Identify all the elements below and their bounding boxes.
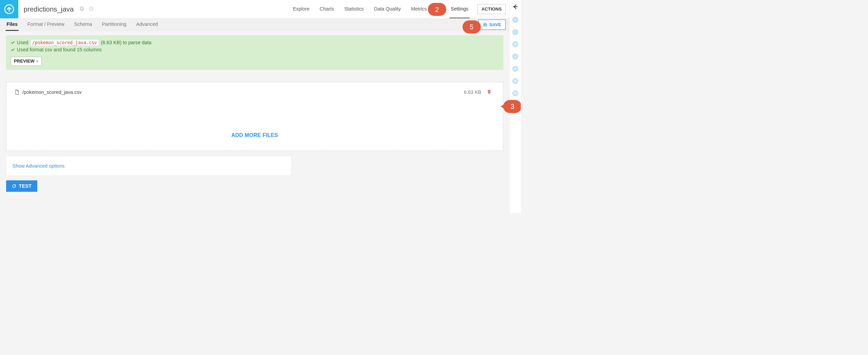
annotation-callout-3: 3 xyxy=(503,100,521,113)
delete-file-button[interactable] xyxy=(487,89,495,95)
svg-rect-5 xyxy=(515,32,516,33)
show-advanced-options-link[interactable]: Show Advanced options xyxy=(13,163,65,168)
trash-icon xyxy=(487,89,491,94)
tab-advanced[interactable]: Advanced xyxy=(135,18,159,31)
tab-files[interactable]: Files xyxy=(6,18,19,31)
check-icon xyxy=(11,40,15,45)
status-file-chip: /pokemon_scored_java.csv xyxy=(30,39,99,46)
tab-schema[interactable]: Schema xyxy=(73,18,93,31)
app-logo[interactable] xyxy=(0,0,18,18)
nav-explore[interactable]: Explore xyxy=(292,0,311,18)
rail-check-icon[interactable] xyxy=(512,53,518,60)
refresh-icon xyxy=(12,184,16,188)
status-used-prefix: Used xyxy=(17,40,29,46)
nav-statistics[interactable]: Statistics xyxy=(343,0,365,18)
nav-metrics[interactable]: Metrics xyxy=(410,0,428,18)
status-format-line: Used format csv and found 15 columns xyxy=(17,47,102,53)
rail-clock-icon[interactable] xyxy=(512,78,518,84)
test-button[interactable]: TEST xyxy=(6,180,37,192)
annotation-callout-2: 2 xyxy=(428,3,446,16)
svg-point-4 xyxy=(515,31,515,31)
status-size-parse: (6.63 KB) to parse data xyxy=(101,40,151,46)
subnav: Files Format / Preview Schema Partitioni… xyxy=(0,18,509,31)
nav-data-quality[interactable]: Data Quality xyxy=(373,0,402,18)
tab-format-preview[interactable]: Format / Preview xyxy=(26,18,65,31)
body-area: Used /pokemon_scored_java.csv (6.63 KB) … xyxy=(0,31,509,213)
nav-charts[interactable]: Charts xyxy=(319,0,336,18)
rail-info-icon[interactable] xyxy=(512,29,518,35)
svg-rect-1 xyxy=(81,8,83,11)
parse-status-box: Used /pokemon_scored_java.csv (6.63 KB) … xyxy=(6,35,503,69)
advanced-options-box: Show Advanced options xyxy=(6,156,291,176)
tab-partitioning[interactable]: Partitioning xyxy=(101,18,127,31)
check-icon xyxy=(11,48,15,52)
actions-button[interactable]: ACTIONS xyxy=(477,4,506,14)
chevron-right-icon xyxy=(36,60,38,63)
clock-icon[interactable] xyxy=(89,6,93,12)
copy-icon[interactable] xyxy=(79,6,84,12)
file-icon xyxy=(15,89,19,95)
rail-add-icon[interactable] xyxy=(512,17,518,23)
upload-circle-icon xyxy=(4,4,14,14)
rail-list-icon[interactable] xyxy=(512,41,518,47)
file-row: /pokemon_scored_java.csv 6.63 KB xyxy=(15,89,495,95)
collapse-rail-button[interactable] xyxy=(512,4,518,11)
annotation-callout-5: 5 xyxy=(463,20,481,33)
page-title: predictions_java xyxy=(24,5,74,13)
svg-rect-2 xyxy=(80,7,83,10)
rail-search-icon[interactable] xyxy=(512,66,518,72)
rail-chat-icon[interactable] xyxy=(512,90,518,96)
file-name: /pokemon_scored_java.csv xyxy=(22,89,82,95)
file-size: 6.63 KB xyxy=(464,89,481,95)
file-dropzone[interactable]: /pokemon_scored_java.csv 6.63 KB ADD MOR… xyxy=(6,82,503,151)
preview-button[interactable]: PREVIEW xyxy=(11,57,42,66)
add-more-files-button[interactable]: ADD MORE FILES xyxy=(15,132,495,138)
